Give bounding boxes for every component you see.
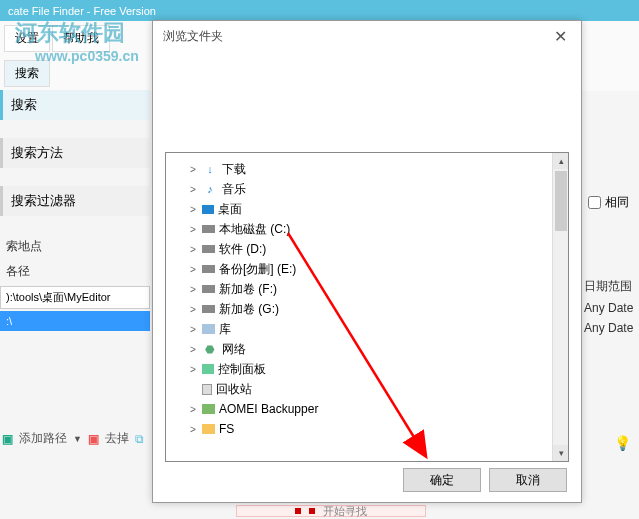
expand-icon[interactable]: > (188, 184, 198, 195)
tree-item[interactable]: >↓下载 (170, 159, 564, 179)
scroll-up-icon[interactable]: ▴ (553, 153, 569, 169)
expand-icon[interactable]: > (188, 244, 198, 255)
expand-icon[interactable]: > (188, 284, 198, 295)
section-method[interactable]: 搜索方法 (0, 138, 150, 168)
expand-icon[interactable]: > (188, 264, 198, 275)
browse-folder-dialog: 浏览文件夹 ✕ >↓下载>♪音乐>桌面>本地磁盘 (C:)>软件 (D:)>备份… (152, 20, 582, 503)
plus-icon: ▣ (2, 432, 13, 446)
folder-tree-container: >↓下载>♪音乐>桌面>本地磁盘 (C:)>软件 (D:)>备份[勿删] (E:… (165, 152, 569, 462)
note-blue-icon: ♪ (202, 182, 218, 196)
folder-icon (202, 424, 215, 434)
add-dropdown-icon[interactable]: ▼ (73, 434, 82, 444)
scroll-down-icon[interactable]: ▾ (553, 445, 569, 461)
tree-item[interactable]: >备份[勿删] (E:) (170, 259, 564, 279)
tree-scrollbar[interactable]: ▴ ▾ (552, 153, 568, 461)
ctrl-icon (202, 364, 214, 374)
settings-button[interactable]: 设置 (4, 25, 50, 52)
path-entry-2[interactable]: :\ (0, 311, 150, 331)
tree-item-label: 库 (219, 321, 231, 338)
any-date-1[interactable]: Any Date (584, 298, 639, 318)
ok-button[interactable]: 确定 (403, 468, 481, 492)
tree-item-label: 本地磁盘 (C:) (219, 221, 290, 238)
same-checkbox[interactable] (588, 196, 601, 209)
disk-icon (202, 245, 215, 253)
left-panel: 搜索 搜索方法 搜索过滤器 索地点 各径 ):\tools\桌面\MyEdito… (0, 90, 150, 333)
disk-icon (202, 265, 215, 273)
tree-item-label: AOMEI Backupper (219, 402, 318, 416)
path-toolbar: ▣ 添加路径 ▼ ▣ 去掉 ⧉ (2, 430, 144, 447)
minus-icon: ▣ (88, 432, 99, 446)
path-entry-1[interactable]: ):\tools\桌面\MyEditor (0, 286, 150, 309)
tree-item-label: 新加卷 (F:) (219, 281, 277, 298)
expand-icon[interactable]: > (188, 364, 198, 375)
expand-icon[interactable]: > (188, 344, 198, 355)
net-icon: ⬣ (202, 342, 218, 356)
tree-item-label: FS (219, 422, 234, 436)
tree-item[interactable]: >控制面板 (170, 359, 564, 379)
tree-item[interactable]: >FS (170, 419, 564, 439)
tree-item-label: 桌面 (218, 201, 242, 218)
dialog-button-row: 确定 取消 (403, 468, 567, 492)
tree-item[interactable]: >新加卷 (G:) (170, 299, 564, 319)
close-icon[interactable]: ✕ (550, 27, 571, 46)
expand-icon[interactable]: > (188, 324, 198, 335)
folder-grn-icon (202, 404, 215, 414)
section-location: 索地点 (0, 234, 150, 259)
tree-item[interactable]: >软件 (D:) (170, 239, 564, 259)
tree-item[interactable]: >AOMEI Backupper (170, 399, 564, 419)
expand-icon[interactable]: > (188, 304, 198, 315)
search-tab-button[interactable]: 搜索 (4, 60, 50, 87)
copy-icon[interactable]: ⧉ (135, 432, 144, 446)
disk-icon (202, 225, 215, 233)
tree-item[interactable]: >⬣网络 (170, 339, 564, 359)
scroll-thumb[interactable] (555, 171, 567, 231)
tree-item[interactable]: >♪音乐 (170, 179, 564, 199)
date-range-label: 日期范围 (584, 275, 639, 298)
disk-icon (202, 305, 215, 313)
tree-item-label: 回收站 (216, 381, 252, 398)
dialog-title: 浏览文件夹 (163, 28, 223, 45)
same-checkbox-row[interactable]: 相同 (584, 190, 639, 215)
tree-item[interactable]: >新加卷 (F:) (170, 279, 564, 299)
stop-icon (295, 508, 301, 514)
tree-item-label: 软件 (D:) (219, 241, 266, 258)
tree-item-label: 音乐 (222, 181, 246, 198)
screen-blue-icon (202, 205, 214, 214)
tree-item[interactable]: >库 (170, 319, 564, 339)
add-path-button[interactable]: 添加路径 (19, 430, 67, 447)
tree-item-label: 新加卷 (G:) (219, 301, 279, 318)
expand-icon[interactable]: > (188, 204, 198, 215)
any-date-2[interactable]: Any Date (584, 318, 639, 338)
path-label: 各径 (0, 259, 150, 284)
app-title: cate File Finder - Free Version (8, 5, 156, 17)
expand-icon[interactable]: > (188, 404, 198, 415)
tip-icon[interactable]: 💡 (614, 435, 631, 451)
stop-icon-2 (309, 508, 315, 514)
lib-icon (202, 324, 215, 334)
arrow-blue-icon: ↓ (202, 162, 218, 176)
tree-item-label: 备份[勿删] (E:) (219, 261, 296, 278)
start-search-bar[interactable]: 开始寻找 (236, 505, 426, 517)
help-button[interactable]: 帮助我 (52, 25, 110, 52)
folder-tree[interactable]: >↓下载>♪音乐>桌面>本地磁盘 (C:)>软件 (D:)>备份[勿删] (E:… (166, 153, 568, 445)
tree-item[interactable]: >本地磁盘 (C:) (170, 219, 564, 239)
right-panel: 相同 日期范围 Any Date Any Date (584, 190, 639, 338)
remove-path-button[interactable]: 去掉 (105, 430, 129, 447)
window-titlebar: cate File Finder - Free Version (0, 0, 639, 21)
dialog-titlebar: 浏览文件夹 ✕ (153, 21, 581, 52)
section-filter[interactable]: 搜索过滤器 (0, 186, 150, 216)
cancel-button[interactable]: 取消 (489, 468, 567, 492)
expand-icon[interactable]: > (188, 424, 198, 435)
section-search[interactable]: 搜索 (0, 90, 150, 120)
expand-icon[interactable]: > (188, 224, 198, 235)
tree-item-label: 下载 (222, 161, 246, 178)
tree-item[interactable]: 回收站 (170, 379, 564, 399)
trash-icon (202, 384, 212, 395)
tree-item[interactable]: >桌面 (170, 199, 564, 219)
disk-icon (202, 285, 215, 293)
tree-item-label: 网络 (222, 341, 246, 358)
expand-icon[interactable]: > (188, 164, 198, 175)
tree-item-label: 控制面板 (218, 361, 266, 378)
